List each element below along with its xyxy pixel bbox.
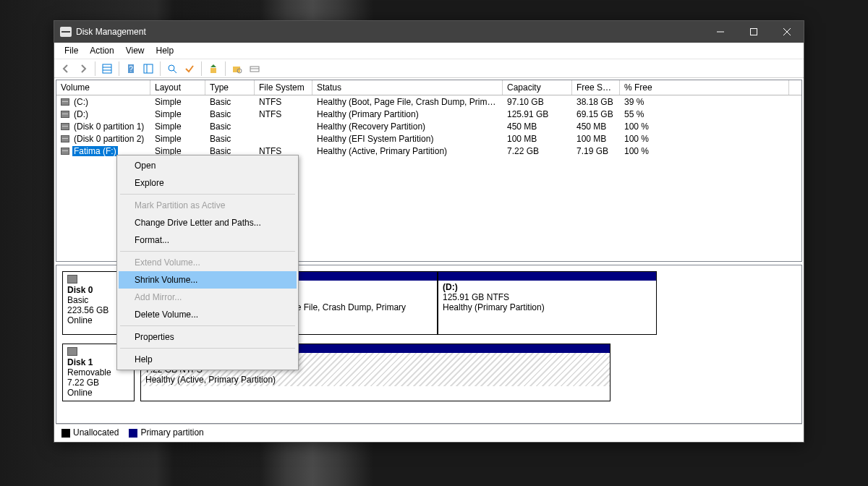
col-capacity[interactable]: Capacity bbox=[503, 80, 572, 95]
titlebar: Disk Management bbox=[54, 21, 804, 43]
col-layout[interactable]: Layout bbox=[150, 80, 205, 95]
legend: Unallocated Primary partition bbox=[56, 424, 802, 440]
svg-rect-13 bbox=[210, 68, 216, 73]
menu-action[interactable]: Action bbox=[84, 44, 119, 57]
svg-rect-9 bbox=[144, 64, 153, 73]
close-button[interactable] bbox=[770, 21, 804, 43]
column-headers: Volume Layout Type File System Status Ca… bbox=[56, 80, 801, 95]
legend-primary: Primary partition bbox=[129, 427, 203, 438]
disk-icon bbox=[61, 123, 69, 130]
menu-file[interactable]: File bbox=[59, 44, 84, 57]
disk-icon bbox=[61, 148, 69, 155]
volume-row[interactable]: (Disk 0 partition 1)SimpleBasicHealthy (… bbox=[56, 120, 801, 132]
menu-item-change-drive-letter-and-paths[interactable]: Change Drive Letter and Paths... bbox=[119, 214, 297, 231]
menu-item-explore[interactable]: Explore bbox=[119, 174, 297, 192]
svg-point-11 bbox=[169, 65, 174, 71]
menu-item-delete-volume[interactable]: Delete Volume... bbox=[119, 306, 297, 323]
partition[interactable]: (D:)125.91 GB NTFSHealthy (Primary Parti… bbox=[438, 271, 657, 335]
volume-row[interactable]: (C:)SimpleBasicNTFSHealthy (Boot, Page F… bbox=[56, 95, 801, 108]
legend-unallocated: Unallocated bbox=[61, 427, 119, 438]
disk-action-icon[interactable] bbox=[247, 61, 262, 76]
col-volume[interactable]: Volume bbox=[56, 80, 150, 95]
menu-item-mark-partition-as-active: Mark Partition as Active bbox=[119, 197, 297, 214]
help-icon[interactable]: ? bbox=[124, 61, 138, 76]
menu-item-shrink-volume[interactable]: Shrink Volume... bbox=[119, 271, 297, 289]
folder-magnify-icon[interactable] bbox=[230, 61, 244, 76]
check-icon[interactable] bbox=[182, 61, 197, 76]
menu-item-add-mirror: Add Mirror... bbox=[119, 289, 297, 306]
app-icon bbox=[60, 27, 72, 37]
menu-separator bbox=[120, 251, 295, 252]
svg-line-12 bbox=[174, 70, 176, 73]
svg-rect-4 bbox=[103, 64, 111, 73]
disk-icon bbox=[61, 98, 69, 106]
grid-icon[interactable] bbox=[100, 61, 114, 76]
menu-help[interactable]: Help bbox=[150, 44, 180, 57]
menu-item-open[interactable]: Open bbox=[119, 157, 297, 174]
svg-rect-1 bbox=[751, 29, 757, 35]
menu-separator bbox=[120, 194, 295, 195]
up-arrow-icon[interactable] bbox=[206, 61, 221, 76]
svg-text:?: ? bbox=[129, 65, 133, 73]
menu-separator bbox=[120, 348, 295, 349]
menu-view[interactable]: View bbox=[120, 44, 150, 57]
disk-icon bbox=[67, 347, 77, 356]
col-status[interactable]: Status bbox=[312, 80, 503, 95]
menu-separator bbox=[120, 325, 295, 326]
col-type[interactable]: Type bbox=[205, 80, 255, 95]
col-free[interactable]: Free Spa... bbox=[572, 80, 620, 95]
toolbar: ? bbox=[54, 59, 804, 78]
svg-rect-14 bbox=[233, 67, 240, 72]
menu-item-help[interactable]: Help bbox=[119, 351, 297, 368]
props-icon[interactable] bbox=[141, 61, 156, 76]
maximize-button[interactable] bbox=[737, 21, 770, 43]
minimize-button[interactable] bbox=[704, 21, 737, 43]
disk-icon bbox=[67, 275, 77, 284]
disk-icon bbox=[61, 135, 69, 142]
forward-button[interactable] bbox=[76, 61, 90, 76]
col-filesystem[interactable]: File System bbox=[255, 80, 312, 95]
volume-row[interactable]: (Disk 0 partition 2)SimpleBasicHealthy (… bbox=[56, 132, 801, 145]
col-pctfree[interactable]: % Free bbox=[620, 80, 789, 95]
back-button[interactable] bbox=[59, 61, 73, 76]
disk-icon bbox=[61, 111, 69, 118]
menubar: File Action View Help bbox=[54, 43, 804, 59]
window-title: Disk Management bbox=[76, 27, 146, 37]
menu-item-properties[interactable]: Properties bbox=[119, 328, 297, 346]
volume-context-menu: OpenExploreMark Partition as ActiveChang… bbox=[116, 155, 299, 370]
search-icon[interactable] bbox=[165, 61, 179, 76]
menu-item-format[interactable]: Format... bbox=[119, 231, 297, 249]
menu-item-extend-volume: Extend Volume... bbox=[119, 254, 297, 271]
volume-row[interactable]: (D:)SimpleBasicNTFSHealthy (Primary Part… bbox=[56, 108, 801, 120]
